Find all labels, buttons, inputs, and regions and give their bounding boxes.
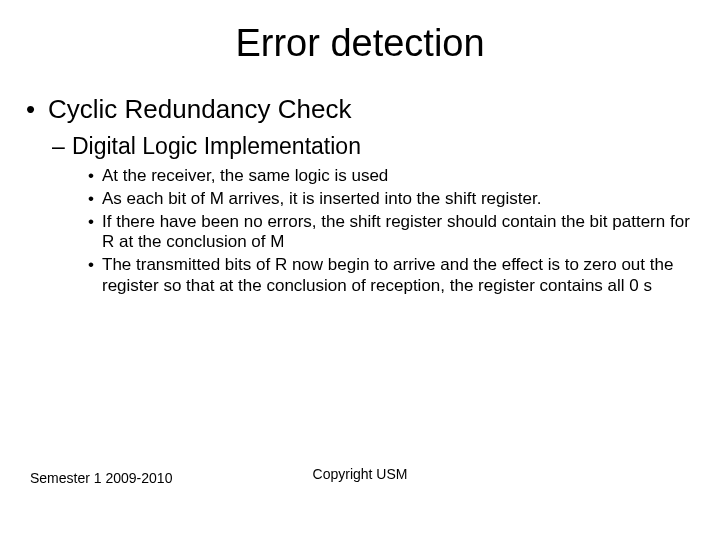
footer-center: Copyright USM xyxy=(0,466,720,482)
bullet-level1: Cyclic Redundancy Check xyxy=(26,93,694,126)
bullet-level2: Digital Logic Implementation xyxy=(26,132,694,161)
bullet-level3: If there have been no errors, the shift … xyxy=(26,212,694,253)
bullet-level3: At the receiver, the same logic is used xyxy=(26,166,694,187)
slide-body: Cyclic Redundancy Check Digital Logic Im… xyxy=(0,75,720,297)
slide: Error detection Cyclic Redundancy Check … xyxy=(0,0,720,540)
bullet-level3: The transmitted bits of R now begin to a… xyxy=(26,255,694,296)
slide-title: Error detection xyxy=(0,0,720,75)
bullet-level3: As each bit of M arrives, it is inserted… xyxy=(26,189,694,210)
